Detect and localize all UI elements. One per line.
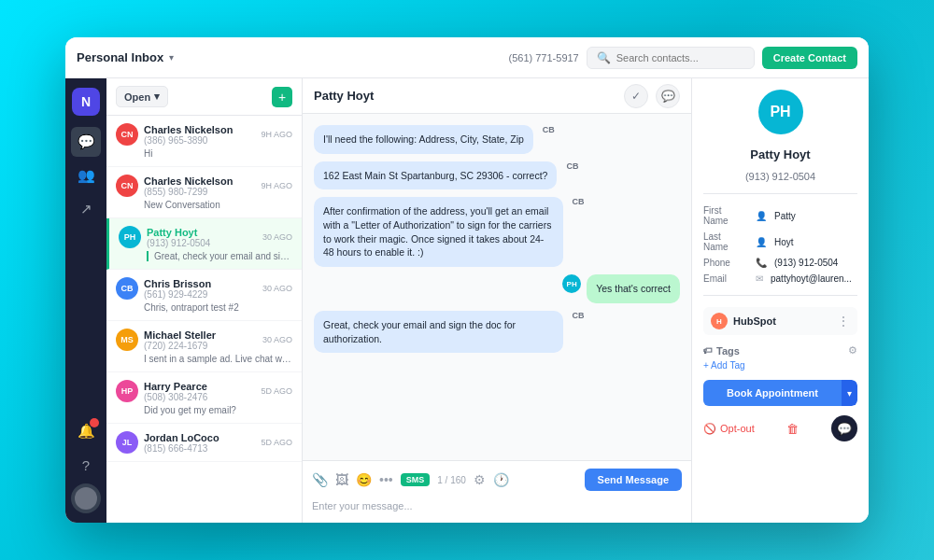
attachment-icon[interactable]: 📎 [312, 472, 328, 487]
conv-item-preview: Great, check your email and sign the doc… [147, 251, 292, 261]
create-contact-button[interactable]: Create Contact [762, 47, 857, 69]
ban-icon: 🚫 [703, 423, 716, 435]
list-item[interactable]: HP Harry Pearce (508) 308-2476 5D AGO Di… [106, 372, 302, 424]
conv-item-name: Jordan LoCoco [144, 432, 255, 443]
message-sender: CB [573, 197, 585, 206]
avatar: JL [116, 431, 138, 454]
search-input[interactable] [616, 52, 744, 63]
avatar: MS [116, 329, 138, 351]
notification-badge [90, 418, 99, 427]
conv-item-time: 5D AGO [261, 438, 292, 447]
email-label: Email [703, 273, 748, 284]
tags-header: 🏷 Tags ⚙ [703, 344, 857, 357]
contact-fields: First Name 👤 Patty Last Name 👤 Hoyt Phon… [703, 205, 857, 284]
chat-contact-name: Patty Hoyt [314, 89, 616, 103]
message-bubble: 162 East Main St Spartanburg, SC 29306 -… [314, 161, 557, 190]
tags-text: Tags [716, 345, 740, 357]
avatar: PH [119, 226, 141, 248]
list-item[interactable]: JL Jordan LoCoco (815) 666-4713 5D AGO [106, 424, 302, 462]
field-row-email: Email ✉ pattyhoyt@lauren... [703, 273, 857, 284]
inbox-chevron[interactable]: ▾ [169, 52, 174, 63]
message-input-placeholder[interactable]: Enter your message... [312, 497, 682, 515]
field-row-lastname: Last Name 👤 Hoyt [703, 231, 857, 252]
chat-bubble-button[interactable]: 💬 [831, 415, 857, 441]
conv-item-time: 30 AGO [262, 335, 292, 344]
image-icon[interactable]: 🖼 [335, 472, 348, 487]
conv-item-time: 30 AGO [262, 232, 292, 242]
conv-item-name: Patty Hoyt [147, 227, 257, 238]
chat-check-icon[interactable]: ✓ [624, 84, 648, 108]
main-layout: N 💬 👥 ↗ 🔔 ? Open ▾ + [65, 78, 869, 523]
book-appointment-dropdown[interactable]: ▾ [842, 380, 857, 406]
emoji-icon[interactable]: 😊 [356, 472, 372, 487]
list-item[interactable]: CB Chris Brisson (561) 929-4229 30 AGO C… [106, 270, 302, 321]
conv-item-name: Harry Pearce [144, 381, 255, 392]
delete-icon[interactable]: 🗑 [786, 422, 799, 436]
conv-item-name: Chris Brisson [144, 278, 257, 289]
tag-icon: 🏷 [703, 345, 713, 356]
list-item[interactable]: CN Charles Nickelson (855) 980-7299 9H A… [106, 167, 302, 218]
conv-item-time: 9H AGO [261, 130, 292, 139]
divider-2 [703, 295, 857, 296]
tags-settings-icon[interactable]: ⚙ [848, 344, 857, 357]
message-bubble: After confirmation of the address, you'l… [314, 197, 563, 267]
conv-item-info: Patty Hoyt (913) 912-0504 [147, 227, 257, 248]
avatar: CN [116, 175, 138, 197]
phone-label: Phone [703, 258, 748, 268]
message-row: Great, check your email and sign the doc… [314, 311, 680, 353]
more-options-icon[interactable]: ••• [379, 472, 393, 487]
opt-out-button[interactable]: 🚫 Opt-out [703, 423, 755, 435]
conv-item-phone: (720) 224-1679 [144, 341, 257, 351]
conv-item-preview: Chris, ontraport test #2 [116, 302, 292, 313]
list-item[interactable]: MS Michael Steller (720) 224-1679 30 AGO… [106, 321, 302, 372]
hubspot-more-icon[interactable]: ⋮ [837, 314, 850, 329]
sidebar-icon-notifications[interactable]: 🔔 [71, 416, 101, 446]
book-appointment-button[interactable]: Book Appointment [703, 380, 842, 406]
message-sender: CB [573, 311, 585, 320]
conv-item-time: 30 AGO [262, 284, 292, 293]
inbox-phone: (561) 771-5917 [509, 52, 579, 63]
book-appointment-wrapper: Book Appointment ▾ [703, 380, 857, 406]
add-tag-button[interactable]: + Add Tag [703, 360, 857, 371]
chat-toolbar: 📎 🖼 😊 ••• SMS 1 / 160 ⚙ 🕐 Send Message [312, 469, 682, 491]
send-message-button[interactable]: Send Message [585, 469, 682, 491]
sms-badge: SMS [401, 473, 431, 486]
conv-item-info: Charles Nickelson (855) 980-7299 [144, 175, 255, 197]
conv-item-name: Charles Nickelson [144, 124, 255, 135]
chat-info-icon[interactable]: 💬 [656, 84, 680, 108]
settings-icon[interactable]: ⚙ [474, 472, 486, 487]
conv-item-time: 5D AGO [261, 386, 292, 396]
icon-sidebar: N 💬 👥 ↗ 🔔 ? [65, 78, 106, 523]
person-icon: 👤 [756, 211, 767, 221]
conv-item-info: Michael Steller (720) 224-1679 [144, 329, 257, 351]
sidebar-icon-chat[interactable]: 💬 [71, 127, 101, 157]
open-filter-chevron: ▾ [154, 91, 160, 103]
sidebar-icon-share[interactable]: ↗ [71, 194, 101, 224]
message-row: 162 East Main St Spartanburg, SC 29306 -… [314, 161, 680, 190]
phone-value: (913) 912-0504 [774, 258, 857, 268]
clock-icon[interactable]: 🕐 [493, 472, 509, 487]
conv-list-header: Open ▾ + [106, 78, 302, 116]
sidebar-avatar[interactable] [71, 483, 101, 513]
message-sender: CB [543, 125, 555, 134]
message-row: I'll need the following: Address, City, … [314, 125, 680, 154]
sidebar-icon-contacts[interactable]: 👥 [71, 161, 101, 190]
avatar: CN [116, 123, 138, 146]
add-conversation-button[interactable]: + [272, 87, 292, 107]
first-name-value: Patty [774, 211, 857, 221]
list-item[interactable]: CN Charles Nickelson (386) 965-3890 9H A… [106, 116, 302, 167]
tags-section: 🏷 Tags ⚙ + Add Tag [703, 344, 857, 371]
list-item[interactable]: PH Patty Hoyt (913) 912-0504 30 AGO Grea… [106, 218, 302, 270]
message-bubble: Great, check your email and sign the doc… [314, 311, 563, 353]
hubspot-section: H HubSpot ⋮ [703, 307, 857, 335]
open-filter-button[interactable]: Open ▾ [116, 86, 168, 107]
divider [703, 193, 857, 194]
last-name-label: Last Name [703, 231, 748, 252]
sidebar-icon-help[interactable]: ? [71, 450, 101, 480]
conv-item-phone: (855) 980-7299 [144, 187, 255, 197]
contact-initials: PH [770, 104, 790, 120]
conv-item-phone: (561) 929-4229 [144, 289, 257, 300]
avatar: HP [116, 380, 138, 402]
contact-avatar-large: PH [758, 90, 803, 134]
inbox-title: Personal Inbox [77, 50, 163, 64]
